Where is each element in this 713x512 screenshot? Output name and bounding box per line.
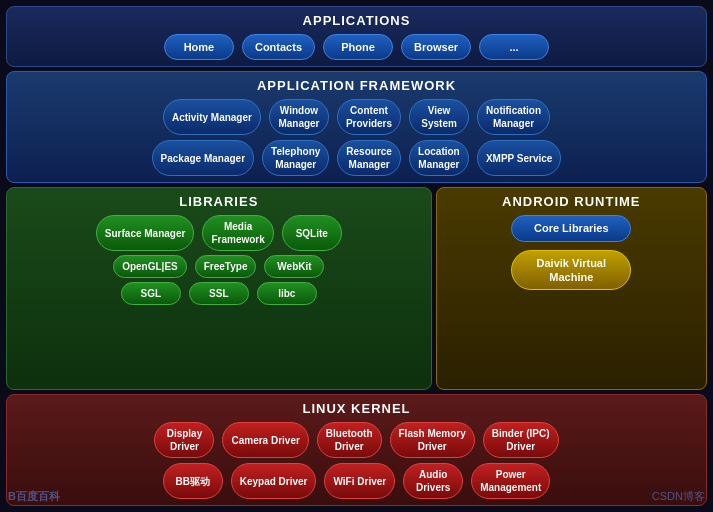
framework-section: Application Framework Activity Manager W… bbox=[6, 71, 707, 183]
libraries-title: Libraries bbox=[179, 194, 258, 209]
watermark-right: CSDN博客 bbox=[652, 489, 705, 504]
btn-libc[interactable]: libc bbox=[257, 282, 317, 305]
btn-telephony-manager[interactable]: TelephonyManager bbox=[262, 140, 329, 176]
libraries-row3: SGL SSL libc bbox=[15, 282, 423, 305]
btn-opengl[interactable]: OpenGL|ES bbox=[113, 255, 187, 278]
btn-more[interactable]: ... bbox=[479, 34, 549, 60]
btn-binder-driver[interactable]: Binder (IPC)Driver bbox=[483, 422, 559, 458]
btn-keypad-driver[interactable]: Keypad Driver bbox=[231, 463, 317, 499]
btn-sqlite[interactable]: SQLite bbox=[282, 215, 342, 251]
middle-section: Libraries Surface Manager MediaFramework… bbox=[6, 187, 707, 390]
btn-location-manager[interactable]: LocationManager bbox=[409, 140, 469, 176]
applications-title: Applications bbox=[303, 13, 411, 28]
btn-freetype[interactable]: FreeType bbox=[195, 255, 257, 278]
btn-contacts[interactable]: Contacts bbox=[242, 34, 315, 60]
framework-row2: Package Manager TelephonyManager Resourc… bbox=[15, 140, 698, 176]
applications-section: Applications Home Contacts Phone Browser… bbox=[6, 6, 707, 67]
btn-camera-driver[interactable]: Camera Driver bbox=[222, 422, 308, 458]
runtime-core-row: Core Libraries bbox=[445, 215, 698, 241]
kernel-row2: BB驱动 Keypad Driver WiFi Driver AudioDriv… bbox=[15, 463, 698, 499]
btn-home[interactable]: Home bbox=[164, 34, 234, 60]
btn-power-management[interactable]: PowerManagement bbox=[471, 463, 550, 499]
btn-xmpp-service[interactable]: XMPP Service bbox=[477, 140, 562, 176]
btn-bb-driver[interactable]: BB驱动 bbox=[163, 463, 223, 499]
btn-webkit[interactable]: WebKit bbox=[264, 255, 324, 278]
btn-package-manager[interactable]: Package Manager bbox=[152, 140, 255, 176]
btn-core-libraries[interactable]: Core Libraries bbox=[511, 215, 631, 241]
applications-buttons-row: Home Contacts Phone Browser ... bbox=[15, 34, 698, 60]
btn-resource-manager[interactable]: ResourceManager bbox=[337, 140, 401, 176]
btn-notification-manager[interactable]: NotificationManager bbox=[477, 99, 550, 135]
btn-sgl[interactable]: SGL bbox=[121, 282, 181, 305]
framework-title: Application Framework bbox=[257, 78, 456, 93]
btn-phone[interactable]: Phone bbox=[323, 34, 393, 60]
btn-surface-manager[interactable]: Surface Manager bbox=[96, 215, 195, 251]
btn-bluetooth-driver[interactable]: BluetoothDriver bbox=[317, 422, 382, 458]
btn-browser[interactable]: Browser bbox=[401, 34, 471, 60]
watermark-left: B百度百科 bbox=[8, 489, 60, 504]
kernel-title: Linux Kernel bbox=[302, 401, 410, 416]
libraries-section: Libraries Surface Manager MediaFramework… bbox=[6, 187, 432, 390]
kernel-row1: DisplayDriver Camera Driver BluetoothDri… bbox=[15, 422, 698, 458]
framework-row1: Activity Manager WindowManager ContentPr… bbox=[15, 99, 698, 135]
btn-media-framework[interactable]: MediaFramework bbox=[202, 215, 273, 251]
libraries-row1: Surface Manager MediaFramework SQLite bbox=[15, 215, 423, 251]
runtime-title: Android Runtime bbox=[502, 194, 641, 209]
kernel-section: Linux Kernel DisplayDriver Camera Driver… bbox=[6, 394, 707, 506]
btn-display-driver[interactable]: DisplayDriver bbox=[154, 422, 214, 458]
btn-activity-manager[interactable]: Activity Manager bbox=[163, 99, 261, 135]
btn-content-providers[interactable]: ContentProviders bbox=[337, 99, 401, 135]
btn-audio-drivers[interactable]: AudioDrivers bbox=[403, 463, 463, 499]
btn-ssl[interactable]: SSL bbox=[189, 282, 249, 305]
btn-view-system[interactable]: ViewSystem bbox=[409, 99, 469, 135]
btn-dalvik-vm[interactable]: Daivik VirtualMachine bbox=[511, 250, 631, 291]
btn-window-manager[interactable]: WindowManager bbox=[269, 99, 329, 135]
libraries-row2: OpenGL|ES FreeType WebKit bbox=[15, 255, 423, 278]
runtime-section: Android Runtime Core Libraries Daivik Vi… bbox=[436, 187, 707, 390]
btn-flash-memory-driver[interactable]: Flash MemoryDriver bbox=[390, 422, 475, 458]
runtime-dalvik-row: Daivik VirtualMachine bbox=[445, 250, 698, 291]
btn-wifi-driver[interactable]: WiFi Driver bbox=[324, 463, 395, 499]
